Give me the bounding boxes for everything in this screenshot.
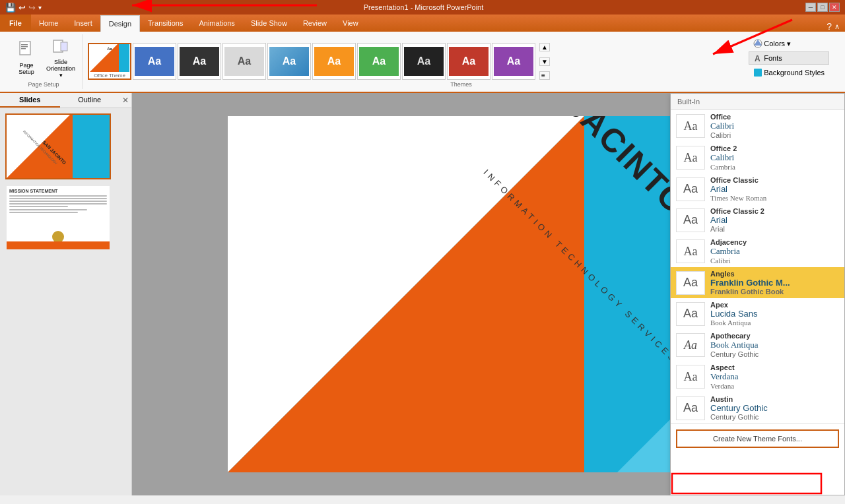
font-heading-office2: Calibri [710, 152, 839, 163]
font-name-apex: Apex [710, 301, 839, 309]
themes-scroll-down[interactable]: ▼ [539, 57, 550, 66]
colors-button[interactable]: Colors ▾ [749, 37, 829, 50]
svg-rect-5 [61, 42, 67, 51]
page-setup-button[interactable]: Page Setup [11, 39, 42, 77]
tab-view[interactable]: View [335, 15, 366, 32]
font-preview-adjacency: Aa [676, 239, 705, 263]
font-name-office2: Office 2 [710, 144, 839, 152]
svg-rect-3 [21, 48, 26, 49]
font-item-aspect[interactable]: Aa Aspect Verdana Verdana [671, 361, 844, 393]
background-styles-icon [753, 68, 762, 77]
outline-tab[interactable]: Outline [60, 93, 120, 108]
font-name-aspect: Aspect [710, 363, 839, 371]
theme-item-8[interactable]: Aa [402, 43, 446, 80]
fonts-scrollable[interactable]: Aa Office Calibri Calibri Aa Office 2 Ca… [671, 110, 844, 424]
minimize-button[interactable]: ─ [805, 3, 816, 12]
undo-icon[interactable]: ↩ [18, 3, 26, 13]
themes-scroll-up[interactable]: ▲ [539, 43, 550, 51]
themes-more[interactable]: ≡ [539, 71, 550, 80]
slide-thumb-1[interactable]: 1 SAN JACINTO INFORMATION TECHNOLOGY [5, 113, 126, 179]
ribbon-minimize-icon[interactable]: ∧ [834, 22, 840, 31]
svg-rect-2 [21, 46, 28, 47]
font-heading-office-classic2: Arial [710, 215, 839, 225]
colors-label: Colors ▾ [764, 40, 791, 48]
fonts-button[interactable]: A Fonts [749, 51, 829, 65]
font-name-apothecary: Apothecary [710, 332, 839, 340]
theme-item-2[interactable]: Aa [133, 43, 176, 80]
slides-tabs-bar: Slides Outline ✕ [0, 93, 131, 108]
font-name-angles: Angles [710, 270, 839, 278]
font-heading-apothecary: Book Antiqua [710, 340, 839, 350]
save-icon[interactable]: 💾 [5, 3, 16, 13]
slide-2-thumbnail: MISSION STATEMENT [5, 185, 111, 251]
fonts-dropdown: Built-In Aa Office Calibri Calibri Aa Of… [670, 93, 845, 495]
font-item-office-classic[interactable]: Aa Office Classic Arial Times New Roman [671, 173, 844, 205]
theme-item-6[interactable]: Aa [312, 43, 356, 80]
background-styles-button[interactable]: Background Styles [749, 66, 829, 79]
tab-slideshow[interactable]: Slide Show [243, 15, 295, 32]
font-item-adjacency[interactable]: Aa Adjacency Cambria Calibri [671, 236, 844, 267]
font-heading-austin: Century Gothic [710, 403, 839, 413]
maximize-button[interactable]: □ [817, 3, 828, 12]
main-area: Slides Outline ✕ 1 SAN JACINTO INFORMATI… [0, 93, 845, 495]
tab-animations[interactable]: Animations [191, 15, 242, 32]
ribbon-right-area: Colors ▾ A Fonts Background Styles [746, 34, 832, 82]
font-heading-office-classic: Arial [710, 184, 839, 194]
theme-item-10[interactable]: Aa [492, 43, 535, 80]
theme-item-9[interactable]: Aa [447, 43, 490, 80]
font-item-office[interactable]: Aa Office Calibri Calibri [671, 110, 844, 142]
tab-insert[interactable]: Insert [66, 15, 100, 32]
tab-file[interactable]: File [0, 15, 31, 32]
title-bar: 💾 ↩ ↪ ▾ Presentation1 - Microsoft PowerP… [0, 0, 845, 15]
slide-orientation-icon [51, 37, 70, 59]
slide-canvas-area[interactable]: SAN JACINTO COLLEGE INFORMATION TECHNOLO… [132, 93, 845, 495]
font-item-office-classic2[interactable]: Aa Office Classic 2 Arial Arial [671, 205, 844, 236]
tab-home[interactable]: Home [31, 15, 66, 32]
page-setup-label: Page Setup [12, 62, 41, 75]
tab-design[interactable]: Design [100, 15, 140, 32]
font-item-austin[interactable]: Aa Austin Century Gothic Century Gothic [671, 393, 844, 424]
font-preview-apothecary: Aa [676, 333, 705, 357]
font-preview-office: Aa [676, 114, 705, 138]
close-slides-panel-button[interactable]: ✕ [119, 93, 131, 108]
themes-group-label: Themes [450, 81, 472, 88]
font-item-angles[interactable]: Aa Angles Franklin Gothic M... Franklin … [671, 267, 844, 298]
help-icon[interactable]: ? [827, 21, 832, 32]
close-button[interactable]: ✕ [829, 3, 840, 12]
font-name-office: Office [710, 113, 839, 121]
font-body-office: Calibri [710, 131, 839, 139]
svg-text:A: A [755, 54, 760, 63]
theme-item-3[interactable]: Aa [178, 43, 221, 80]
slide-orientation-button[interactable]: SlideOrientation ▾ [45, 36, 77, 80]
font-item-apothecary[interactable]: Aa Apothecary Book Antiqua Century Gothi… [671, 329, 844, 361]
create-new-theme-fonts-button[interactable]: Create New Theme Fonts... [676, 429, 839, 448]
theme-item-7[interactable]: Aa [357, 43, 401, 80]
quick-access-area: 💾 ↩ ↪ ▾ [5, 3, 42, 13]
tab-transitions[interactable]: Transitions [140, 15, 191, 32]
font-preview-austin: Aa [676, 396, 705, 420]
font-preview-apex: Aa [676, 302, 705, 326]
font-preview-office-classic: Aa [676, 177, 705, 201]
font-heading-angles: Franklin Gothic M... [710, 278, 839, 288]
slides-tab[interactable]: Slides [0, 93, 60, 108]
font-preview-aspect: Aa [676, 365, 705, 389]
fonts-icon: A [753, 53, 762, 63]
fonts-dropdown-header: Built-In [671, 94, 844, 110]
redo-icon[interactable]: ↪ [28, 3, 36, 13]
svg-rect-8 [754, 69, 762, 77]
font-heading-aspect: Verdana [710, 371, 839, 382]
slide-thumb-2[interactable]: 2 MISSION STATEMENT [5, 185, 126, 251]
slide-1-thumbnail: SAN JACINTO INFORMATION TECHNOLOGY [5, 113, 111, 179]
font-body-aspect: Verdana [710, 382, 839, 390]
colors-icon [753, 39, 762, 48]
theme-item-4[interactable]: Aa [222, 43, 266, 80]
theme-item-5[interactable]: Aa [267, 43, 311, 80]
font-item-office2[interactable]: Aa Office 2 Calibri Cambria [671, 142, 844, 173]
window-title: Presentation1 - Microsoft PowerPoint [42, 3, 805, 11]
font-item-apex[interactable]: Aa Apex Lucida Sans Book Antiqua [671, 298, 844, 329]
themes-area: Aa Office Theme Aa Aa [88, 43, 535, 80]
font-body-adjacency: Calibri [710, 257, 839, 265]
theme-item-1[interactable]: Aa Office Theme [88, 43, 131, 80]
tab-review[interactable]: Review [295, 15, 335, 32]
fonts-label: Fonts [764, 54, 782, 62]
